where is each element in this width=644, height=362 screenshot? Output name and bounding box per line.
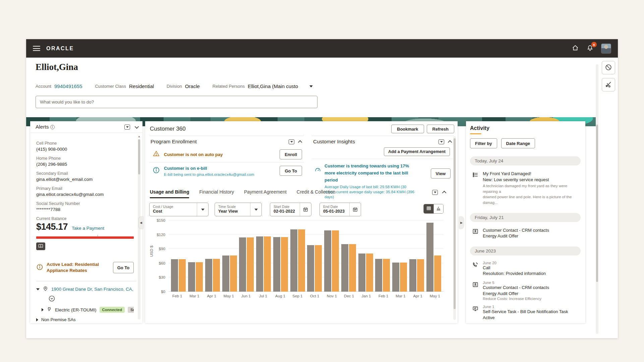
- scroll-up-icon[interactable]: ▲: [138, 135, 140, 138]
- chart-view-toggle[interactable]: [433, 204, 443, 213]
- enroll-button[interactable]: Enroll: [280, 149, 302, 159]
- expand-right-panel-handle[interactable]: ▶: [459, 217, 464, 229]
- alerts-scrollbar[interactable]: ▲: [138, 139, 140, 319]
- bookmark-button[interactable]: Bookmark: [391, 125, 424, 133]
- panel-options-icon[interactable]: [432, 190, 438, 195]
- bar-series-2: [383, 259, 390, 292]
- time-scale-select[interactable]: Time Scale Year View: [215, 203, 262, 216]
- add-payment-arrangement-button[interactable]: Add a Payment Arrangement: [384, 147, 450, 156]
- x-tick-label: Aug 1: [272, 294, 289, 298]
- x-tick-label: Oct 1: [306, 294, 323, 298]
- bar-series-1: [324, 230, 331, 292]
- scrollbar-thumb[interactable]: [138, 139, 140, 174]
- start-date-field[interactable]: Start Date 02-01-2022: [270, 203, 311, 216]
- premise-tree: 1900 Great Dane Dr, San Francisco, CA, 9…: [36, 286, 134, 322]
- panel-options-icon[interactable]: [438, 139, 444, 144]
- ebill-goto-button[interactable]: Go To: [280, 166, 302, 176]
- action-search-input[interactable]: [36, 96, 317, 108]
- chevron-down-icon[interactable]: [197, 203, 208, 216]
- chevron-up-icon[interactable]: [442, 191, 447, 195]
- scrollbar-thumb[interactable]: [596, 125, 598, 282]
- notification-count-badge: 6: [591, 42, 597, 47]
- lead-goto-button[interactable]: Go To: [113, 262, 134, 273]
- view-insight-button[interactable]: View: [431, 168, 451, 178]
- chevron-down-icon[interactable]: [250, 203, 261, 216]
- premise-actions-icon[interactable]: [48, 295, 134, 303]
- activity-entry-self-service-task[interactable]: June 1 Self-Service Task - Bill Due Noti…: [470, 303, 581, 323]
- end-date-field[interactable]: End Date 05-01-2023: [319, 203, 361, 216]
- entry-subtitle: Energy Audit Offer: [483, 233, 549, 239]
- related-persons-label: Related Persons: [213, 84, 245, 89]
- insight-title: Customer is trending towards using 17% m…: [325, 163, 409, 183]
- plug-icon: [47, 306, 52, 313]
- x-tick-label: May 1: [426, 294, 444, 298]
- table-icon: [426, 206, 431, 212]
- collapse-left-panel-handle[interactable]: ◀: [139, 217, 143, 229]
- calendar-icon[interactable]: [300, 203, 311, 216]
- bar-series-2: [264, 236, 271, 292]
- chevron-up-icon[interactable]: [448, 140, 452, 144]
- premise-address-link[interactable]: 1900 Great Dane Dr, San Francisco, CA, 9…: [51, 287, 134, 292]
- bar-group: [324, 220, 339, 292]
- panel-options-icon[interactable]: [289, 139, 294, 144]
- contact-card-icon: [472, 281, 479, 301]
- bar-series-2: [230, 256, 237, 292]
- expand-caret-icon[interactable]: [36, 318, 38, 321]
- program-enrollment-title: Program Enrollment: [151, 139, 197, 145]
- gauge-icon: [314, 167, 321, 175]
- avatar[interactable]: [601, 44, 611, 54]
- scrollbar-thumb[interactable]: [454, 138, 456, 309]
- chevron-up-icon[interactable]: [298, 140, 302, 144]
- panel-options-icon[interactable]: [124, 125, 130, 130]
- bar-series-1: [426, 223, 433, 292]
- ledger-button[interactable]: [36, 242, 45, 250]
- bar-series-2: [247, 237, 254, 292]
- divider: [36, 281, 136, 281]
- related-persons-dropdown-icon[interactable]: [309, 85, 313, 87]
- expand-caret-icon[interactable]: [42, 308, 44, 311]
- home-button[interactable]: [572, 44, 579, 53]
- app-scrollbar[interactable]: [596, 64, 598, 334]
- cut-off-button[interactable]: [602, 78, 615, 91]
- tab-usage-and-billing[interactable]: Usage and Billing: [150, 189, 189, 198]
- tab-payment-agreement[interactable]: Payment Agreement: [244, 189, 287, 198]
- primary-email-field: Primary Email gina.elliot.oraclecx4u@gma…: [36, 186, 134, 197]
- activity-entry-service-request[interactable]: My Front Yard Damaged! New: Low severity…: [470, 169, 581, 208]
- field-label: Secondary Email: [36, 171, 134, 176]
- entry-note: .: [483, 321, 568, 323]
- account-number-link[interactable]: 9940491655: [54, 83, 82, 89]
- calendar-icon[interactable]: [349, 203, 361, 216]
- field-label: Social Security Number: [36, 201, 134, 206]
- tab-financial-history[interactable]: Financial History: [199, 189, 234, 198]
- bar-group: [290, 220, 305, 292]
- select-value: Year View: [218, 209, 238, 214]
- menu-icon[interactable]: [33, 46, 40, 51]
- bar-group: [256, 220, 271, 292]
- refresh-button[interactable]: Refresh: [427, 125, 454, 133]
- tab-credit-collection[interactable]: Credit & Collection: [297, 189, 336, 198]
- y-tick-label: $90: [159, 247, 165, 251]
- status-badge: Connected: [100, 307, 125, 313]
- activity-entry-contact[interactable]: Customer Contact - CRM contacts Energy A…: [470, 226, 581, 242]
- secondary-email-field: Secondary Email gina.elliot@work_email.c…: [36, 171, 134, 182]
- date-range-button[interactable]: Date Range: [501, 138, 535, 148]
- take-a-payment-link[interactable]: Take a Payment: [72, 226, 104, 231]
- field-label: Current Balance: [36, 216, 134, 221]
- activity-entry-call[interactable]: June 20 Call Resolution: Provided inform…: [470, 260, 581, 279]
- activity-entry-contact[interactable]: June 5 Customer Contact - CRM contacts E…: [470, 279, 581, 303]
- filter-by-button[interactable]: Filter by: [470, 138, 497, 148]
- bar-series-1: [188, 262, 195, 292]
- y-tick-label: $0: [161, 290, 165, 294]
- chevron-down-icon[interactable]: [135, 124, 139, 129]
- bar-series-2: [281, 237, 288, 292]
- entry-description: A technician damaged my front yard as th…: [483, 183, 580, 206]
- x-tick-label: Sep 1: [289, 294, 306, 298]
- notifications-button[interactable]: 6: [586, 44, 594, 53]
- bar-series-2: [417, 259, 424, 292]
- expand-caret-icon[interactable]: [36, 288, 40, 290]
- cost-usage-select[interactable]: Cost / Usage Cost: [149, 203, 209, 216]
- block-button[interactable]: [602, 61, 615, 74]
- customer-360-scrollbar[interactable]: [453, 136, 456, 320]
- meter-badge: Smart: [128, 307, 134, 313]
- table-view-toggle[interactable]: [424, 204, 433, 213]
